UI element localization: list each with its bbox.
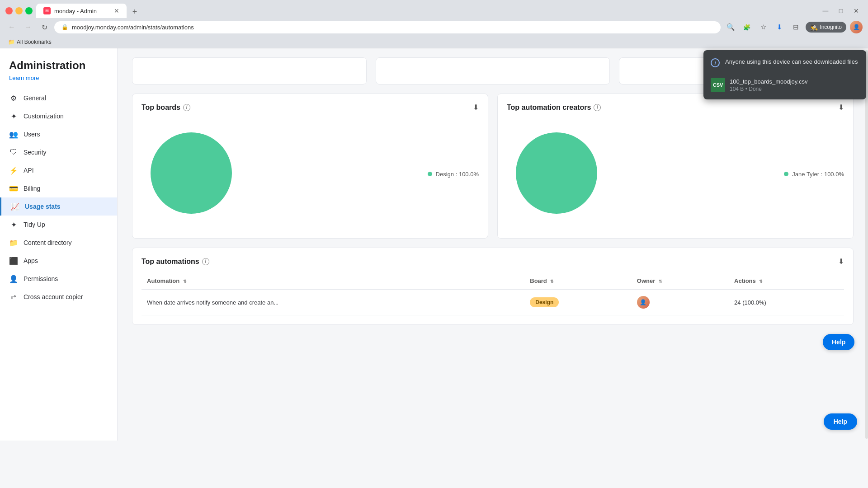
sidebar-label-billing: Billing [24, 185, 40, 192]
main-content: Top boards i ⬇ [118, 48, 868, 441]
incognito-label: Incognito [820, 24, 842, 30]
top-automation-creators-info-icon[interactable]: i [594, 104, 601, 111]
top-automations-title: Top automations i [142, 258, 209, 266]
sidebar-item-api[interactable]: ⚡ API [0, 161, 117, 179]
help-button-fixed[interactable]: Help [824, 413, 857, 430]
window-minimize-btn[interactable] [15, 7, 23, 14]
svg-point-1 [516, 132, 597, 214]
download-popup: i Anyone using this device can see downl… [703, 50, 866, 99]
top-boards-pie-chart [142, 123, 241, 225]
top-boards-legend: Design : 100.0% [428, 171, 479, 178]
api-icon: ⚡ [9, 166, 18, 175]
sidebar-item-apps[interactable]: ⬛ Apps [0, 252, 117, 270]
usage-stats-icon: 📈 [10, 202, 19, 211]
forward-button[interactable]: → [22, 21, 34, 33]
bookmark-star-icon[interactable]: ☆ [757, 21, 769, 33]
refresh-button[interactable]: ↻ [38, 21, 51, 33]
owner-avatar: 👤 [637, 296, 650, 309]
col-owner-sort[interactable]: ⇅ [659, 279, 662, 284]
sidebar-item-users[interactable]: 👥 Users [0, 125, 117, 143]
top-boards-legend-label: Design : 100.0% [436, 171, 479, 178]
col-owner[interactable]: Owner ⇅ [632, 273, 729, 289]
active-tab[interactable]: M monday - Admin ✕ [36, 4, 127, 18]
bookmarks-bar: 📁 All Bookmarks [0, 36, 868, 48]
col-board[interactable]: Board ⇅ [524, 273, 632, 289]
sidebar-label-apps: Apps [24, 257, 38, 264]
top-card-2 [376, 57, 610, 84]
permissions-icon: 👤 [9, 274, 18, 283]
top-automation-creators-legend-dot [784, 172, 788, 176]
back-button[interactable]: ← [5, 21, 18, 33]
col-actions[interactable]: Actions ⇅ [729, 273, 844, 289]
download-file-row: CSV 100_top_boards_moodjoy.csv 104 B • D… [711, 78, 859, 92]
sidebar-label-customization: Customization [24, 113, 64, 120]
cell-automation: When date arrives notify someone and cre… [142, 289, 524, 315]
top-automation-creators-header: Top automation creators i ⬇ [507, 103, 844, 112]
help-button[interactable]: Help [823, 334, 854, 350]
sidebar-item-tidy-up[interactable]: ✦ Tidy Up [0, 216, 117, 234]
extensions-icon[interactable]: 🧩 [741, 21, 753, 33]
top-boards-info-icon[interactable]: i [183, 104, 190, 111]
sidebar-item-billing[interactable]: 💳 Billing [0, 179, 117, 197]
download-file-type-icon: CSV [711, 78, 725, 92]
profile-avatar[interactable]: 👤 [850, 21, 863, 33]
svg-point-0 [151, 132, 232, 214]
window-close-btn[interactable] [5, 7, 13, 14]
download-popup-divider [711, 73, 859, 73]
col-actions-sort[interactable]: ⇅ [759, 279, 763, 284]
top-automation-creators-title: Top automation creators i [507, 103, 601, 112]
tab-close-btn[interactable]: ✕ [114, 7, 119, 14]
learn-more-link[interactable]: Learn more [9, 75, 39, 81]
sidebar-title: Administration [9, 59, 108, 72]
new-tab-button[interactable]: + [128, 5, 141, 18]
minimize-window-btn[interactable]: ─ [819, 6, 832, 16]
sidebar-label-tidy-up: Tidy Up [24, 221, 45, 228]
sidebar-label-cross-account-copier: Cross account copier [24, 293, 83, 300]
sidebar-label-security: Security [24, 149, 47, 156]
tab-favicon: M [43, 7, 51, 14]
sidebar-item-cross-account-copier[interactable]: ⇄ Cross account copier [0, 288, 117, 306]
bookmarks-label: All Bookmarks [17, 39, 52, 45]
top-automations-info-icon[interactable]: i [202, 258, 209, 265]
url-bar[interactable]: 🔒 moodjoy.monday.com/admin/stats/automat… [54, 21, 721, 33]
top-automation-creators-download-btn[interactable]: ⬇ [838, 103, 844, 112]
top-automation-creators-legend: Jane Tyler : 100.0% [784, 171, 844, 178]
incognito-button[interactable]: 🕵 Incognito [806, 22, 846, 33]
sidebar-item-security[interactable]: 🛡 Security [0, 143, 117, 161]
top-boards-download-btn[interactable]: ⬇ [473, 103, 479, 112]
top-automation-creators-pie-chart [507, 123, 606, 225]
top-boards-card: Top boards i ⬇ [132, 94, 488, 239]
top-automations-download-btn[interactable]: ⬇ [838, 257, 844, 266]
close-window-btn[interactable]: ✕ [850, 7, 863, 14]
sidebar-item-general[interactable]: ⚙ General [0, 89, 117, 107]
top-automations-header: Top automations i ⬇ [142, 257, 844, 266]
top-automations-card: Top automations i ⬇ Automation ⇅ [132, 248, 854, 325]
window-maximize-btn[interactable] [25, 7, 33, 14]
maximize-window-btn[interactable]: □ [835, 7, 847, 14]
top-boards-title: Top boards i [142, 103, 190, 112]
col-automation-sort[interactable]: ⇅ [183, 279, 187, 284]
customization-icon: ✦ [9, 112, 18, 121]
sidebar-item-content-directory[interactable]: 📁 Content directory [0, 234, 117, 252]
help-btn-inner[interactable]: Help [824, 413, 857, 430]
sidebar-toggle-icon[interactable]: ⊟ [789, 21, 802, 33]
sidebar-item-usage-stats[interactable]: 📈 Usage stats [0, 197, 117, 216]
download-icon[interactable]: ⬇ [773, 21, 786, 33]
top-automation-creators-card: Top automation creators i ⬇ [497, 94, 854, 239]
sidebar-item-customization[interactable]: ✦ Customization [0, 107, 117, 125]
bookmarks-folder[interactable]: 📁 All Bookmarks [5, 38, 54, 46]
top-automation-creators-legend-label: Jane Tyler : 100.0% [792, 171, 844, 178]
table-row: When date arrives notify someone and cre… [142, 289, 844, 315]
bookmark-folder-icon: 📁 [8, 39, 15, 45]
download-file-name: 100_top_boards_moodjoy.csv [730, 78, 859, 85]
download-file-info: 100_top_boards_moodjoy.csv 104 B • Done [730, 78, 859, 92]
top-boards-header: Top boards i ⬇ [142, 103, 479, 112]
col-automation[interactable]: Automation ⇅ [142, 273, 524, 289]
sidebar-item-permissions[interactable]: 👤 Permissions [0, 270, 117, 288]
sidebar-header: Administration Learn more [0, 48, 117, 85]
general-icon: ⚙ [9, 94, 18, 103]
col-board-sort[interactable]: ⇅ [550, 279, 554, 284]
cell-board: Design [524, 289, 632, 315]
search-icon[interactable]: 🔍 [724, 21, 737, 33]
sidebar-label-permissions: Permissions [24, 275, 58, 282]
